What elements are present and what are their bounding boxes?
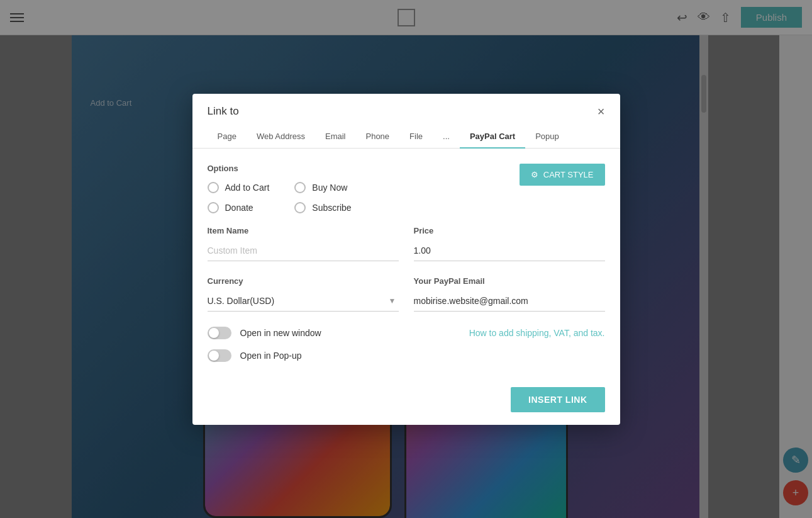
radio-label-buy: Buy Now <box>312 183 347 193</box>
gear-icon: ⚙ <box>531 170 538 179</box>
email-input[interactable] <box>414 291 605 312</box>
toggle-new-window[interactable] <box>208 327 231 339</box>
currency-label: Currency <box>208 276 399 286</box>
item-price-row: Item Name Price <box>208 226 605 261</box>
shipping-vat-link[interactable]: How to add shipping, VAT, and tax. <box>330 328 605 338</box>
tab-phone[interactable]: Phone <box>355 125 399 149</box>
tab-more[interactable]: ... <box>433 125 460 149</box>
tab-file[interactable]: File <box>399 125 433 149</box>
tab-email[interactable]: Email <box>315 125 356 149</box>
item-name-input[interactable] <box>208 240 399 261</box>
modal-overlay: Link to × Page Web Address Email Phone F… <box>0 0 812 518</box>
options-row: Options Add to Cart Donate <box>208 164 605 213</box>
currency-email-row: Currency U.S. Dollar(USD) Euro(EUR) Brit… <box>208 276 605 312</box>
modal-footer: INSERT LINK <box>192 374 620 425</box>
radio-subscribe[interactable]: Subscribe <box>294 202 351 213</box>
tab-page[interactable]: Page <box>208 125 247 149</box>
toggle-popup-thumb <box>209 351 219 361</box>
email-group: Your PayPal Email <box>414 276 605 312</box>
toggle-new-window-row: Open in new window How to add shipping, … <box>208 327 605 339</box>
radio-circle-add <box>208 182 219 193</box>
currency-select[interactable]: U.S. Dollar(USD) Euro(EUR) British Pound… <box>208 291 399 312</box>
modal-header: Link to × <box>192 94 620 118</box>
cart-style-button[interactable]: ⚙ CART STYLE <box>520 164 605 186</box>
modal-body: Options Add to Cart Donate <box>192 149 620 374</box>
currency-select-wrapper: U.S. Dollar(USD) Euro(EUR) British Pound… <box>208 291 399 312</box>
radio-add-to-cart[interactable]: Add to Cart <box>208 182 270 193</box>
price-input[interactable] <box>414 240 605 261</box>
price-group: Price <box>414 226 605 261</box>
radio-circle-buy <box>294 182 306 193</box>
tab-paypal-cart[interactable]: PayPal Cart <box>460 125 525 149</box>
radio-buy-now[interactable]: Buy Now <box>294 182 351 193</box>
radio-donate[interactable]: Donate <box>208 202 270 213</box>
price-label: Price <box>414 226 605 235</box>
toggle-new-window-thumb <box>209 328 219 338</box>
radio-group: Add to Cart Donate Buy Now <box>208 182 352 213</box>
link-modal: Link to × Page Web Address Email Phone F… <box>192 94 620 425</box>
options-label: Options <box>208 164 352 173</box>
radio-label-donate: Donate <box>225 203 253 213</box>
item-name-group: Item Name <box>208 226 399 261</box>
options-section: Options Add to Cart Donate <box>208 164 352 213</box>
modal-title: Link to <box>208 105 239 118</box>
tab-popup[interactable]: Popup <box>525 125 569 149</box>
modal-tabs: Page Web Address Email Phone File ... Pa… <box>192 125 620 149</box>
radio-col-right: Buy Now Subscribe <box>294 182 351 213</box>
toggle-popup-label: Open in Pop-up <box>240 351 302 361</box>
insert-link-button[interactable]: INSERT LINK <box>511 387 604 412</box>
item-name-label: Item Name <box>208 226 399 235</box>
radio-circle-subscribe <box>294 202 306 213</box>
tab-web-address[interactable]: Web Address <box>247 125 315 149</box>
radio-label-subscribe: Subscribe <box>312 203 351 213</box>
toggle-new-window-label: Open in new window <box>240 328 321 338</box>
radio-circle-donate <box>208 202 219 213</box>
radio-col-left: Add to Cart Donate <box>208 182 270 213</box>
email-label: Your PayPal Email <box>414 276 605 286</box>
close-button[interactable]: × <box>598 105 605 118</box>
currency-group: Currency U.S. Dollar(USD) Euro(EUR) Brit… <box>208 276 399 312</box>
toggle-popup-row: Open in Pop-up <box>208 349 605 362</box>
toggle-options: Open in new window How to add shipping, … <box>208 327 605 362</box>
toggle-popup[interactable] <box>208 349 231 362</box>
cart-style-label: CART STYLE <box>543 170 594 179</box>
radio-label-add: Add to Cart <box>225 183 270 193</box>
